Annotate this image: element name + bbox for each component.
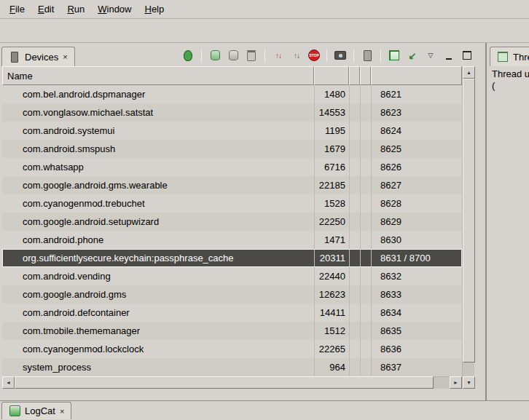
update-threads-icon[interactable]: ↑↓ bbox=[272, 49, 285, 62]
process-name: com.android.vending bbox=[2, 267, 314, 285]
table-row[interactable]: com.tmobile.thememanager15128635 bbox=[2, 322, 462, 340]
process-port: 8629 bbox=[371, 213, 462, 231]
process-name: com.google.android.gms bbox=[2, 285, 314, 304]
process-pid: 22185 bbox=[314, 176, 349, 194]
scroll-right-icon[interactable]: ► bbox=[450, 376, 462, 389]
scroll-down-icon[interactable]: ▼ bbox=[463, 376, 475, 389]
table-row[interactable]: com.android.phone14718630 bbox=[2, 231, 462, 249]
spacer-cell bbox=[360, 322, 371, 340]
scroll-up-icon[interactable]: ▲ bbox=[463, 66, 475, 79]
update-heap-icon[interactable] bbox=[208, 49, 222, 62]
capture-icon[interactable] bbox=[361, 49, 374, 62]
tab-logcat[interactable]: LogCat × bbox=[1, 402, 71, 419]
minimize-icon[interactable] bbox=[442, 49, 455, 62]
vertical-scrollbar-thumb[interactable] bbox=[463, 79, 475, 362]
systrace-icon[interactable]: ↙ bbox=[406, 49, 419, 62]
menu-edit[interactable]: Edit bbox=[31, 1, 60, 17]
spacer-cell bbox=[360, 358, 371, 376]
table-row[interactable]: com.google.android.gms.wearable221858627 bbox=[2, 176, 462, 194]
table-row[interactable]: com.google.android.gms126238633 bbox=[2, 285, 462, 304]
spacer-cell bbox=[349, 304, 360, 322]
garbage-collect-icon[interactable] bbox=[245, 49, 258, 62]
tab-devices[interactable]: Devices × bbox=[1, 47, 75, 66]
toolbar-separator bbox=[264, 49, 265, 62]
process-name: com.cyanogenmod.trebuchet bbox=[2, 194, 314, 213]
process-pid: 1480 bbox=[314, 85, 349, 103]
threads-icon bbox=[496, 50, 509, 63]
spacer-cell bbox=[360, 158, 371, 176]
table-row[interactable]: com.google.android.setupwizard222508629 bbox=[2, 213, 462, 231]
toolbar-separator bbox=[353, 49, 354, 62]
close-icon[interactable]: × bbox=[62, 52, 68, 61]
spacer-cell bbox=[360, 213, 371, 231]
table-row[interactable]: com.android.defcontainer144118634 bbox=[2, 304, 462, 322]
scrollbar-track[interactable] bbox=[463, 362, 474, 376]
spacer-cell bbox=[349, 322, 360, 340]
tab-threads-label: Threa bbox=[513, 52, 529, 63]
menu-file[interactable]: File bbox=[3, 1, 31, 17]
spacer-cell bbox=[349, 103, 360, 122]
dump-hprof-icon[interactable] bbox=[227, 49, 240, 62]
spacer-cell bbox=[360, 267, 371, 285]
screen-capture-icon[interactable] bbox=[334, 49, 347, 62]
process-name: com.android.systemui bbox=[2, 122, 314, 140]
process-port: 8631 / 8700 bbox=[371, 249, 462, 267]
table-row[interactable]: system_process9648637 bbox=[2, 358, 462, 376]
device-icon bbox=[8, 50, 21, 63]
table-row[interactable]: com.android.vending224408632 bbox=[2, 267, 462, 285]
spacer-cell bbox=[360, 285, 371, 304]
column-header-spacer[interactable] bbox=[360, 66, 371, 85]
table-row[interactable]: com.cyanogenmod.trebuchet15288628 bbox=[2, 194, 462, 213]
table-row[interactable]: com.whatsapp67168626 bbox=[2, 158, 462, 176]
process-pid: 22440 bbox=[314, 267, 349, 285]
tab-devices-label: Devices bbox=[25, 52, 58, 63]
spacer-cell bbox=[349, 85, 360, 103]
maximize-icon[interactable] bbox=[461, 49, 474, 62]
process-port: 8623 bbox=[371, 103, 462, 122]
column-header-port[interactable] bbox=[371, 66, 462, 85]
spacer-cell bbox=[349, 358, 360, 376]
menu-run[interactable]: Run bbox=[60, 1, 91, 17]
spacer-cell bbox=[360, 103, 371, 122]
process-port: 8637 bbox=[371, 358, 462, 376]
process-port: 8632 bbox=[371, 267, 462, 285]
spacer-cell bbox=[360, 231, 371, 249]
spacer-cell bbox=[360, 194, 371, 213]
table-row[interactable]: org.sufficientlysecure.keychain:passphra… bbox=[2, 249, 462, 267]
view-menu-icon[interactable]: ▽ bbox=[424, 49, 437, 62]
vertical-scrollbar[interactable]: ▲ ▼ bbox=[462, 66, 474, 389]
hierarchy-view-icon[interactable] bbox=[388, 49, 401, 62]
menu-window[interactable]: Window bbox=[91, 1, 138, 17]
table-row[interactable]: com.android.smspush16798625 bbox=[2, 140, 462, 158]
scrollbar-track[interactable] bbox=[434, 377, 450, 389]
process-port: 8621 bbox=[371, 85, 462, 103]
menu-help[interactable]: Help bbox=[138, 1, 171, 17]
scroll-left-icon[interactable]: ◄ bbox=[2, 376, 15, 389]
table-row[interactable]: com.android.systemui11958624 bbox=[2, 122, 462, 140]
main-area: Devices × ↑↓ ↑↓ STOP ↙ ▽ bbox=[0, 43, 529, 400]
debug-icon[interactable] bbox=[181, 49, 195, 62]
column-header-pid[interactable] bbox=[314, 66, 349, 85]
process-port: 8624 bbox=[371, 122, 462, 140]
process-pid: 20311 bbox=[314, 249, 349, 267]
table-row[interactable]: com.vonglasow.michael.satstat145538623 bbox=[2, 103, 462, 122]
table-row[interactable]: com.cyanogenmod.lockclock222658636 bbox=[2, 340, 462, 358]
process-pid: 1528 bbox=[314, 194, 349, 213]
horizontal-scrollbar-thumb[interactable] bbox=[15, 376, 434, 389]
stop-process-icon[interactable]: STOP bbox=[308, 49, 320, 61]
device-table: Name com.bel.android.dspmanager14808621c… bbox=[2, 66, 474, 389]
column-header-name[interactable]: Name bbox=[2, 66, 314, 85]
process-pid: 14553 bbox=[314, 103, 349, 122]
tab-threads[interactable]: Threa bbox=[490, 47, 529, 66]
process-pid: 6716 bbox=[314, 158, 349, 176]
column-header-spacer[interactable] bbox=[349, 66, 360, 85]
threads-view-header: Threa bbox=[488, 43, 529, 66]
process-name: com.android.smspush bbox=[2, 140, 314, 158]
process-port: 8635 bbox=[371, 322, 462, 340]
table-row[interactable]: com.bel.android.dspmanager14808621 bbox=[2, 85, 462, 103]
horizontal-scrollbar[interactable]: ◄ ► bbox=[2, 376, 462, 389]
method-profiling-icon[interactable]: ↑↓ bbox=[290, 49, 303, 62]
spacer-cell bbox=[349, 122, 360, 140]
close-icon[interactable]: × bbox=[59, 407, 65, 416]
spacer-cell bbox=[349, 140, 360, 158]
